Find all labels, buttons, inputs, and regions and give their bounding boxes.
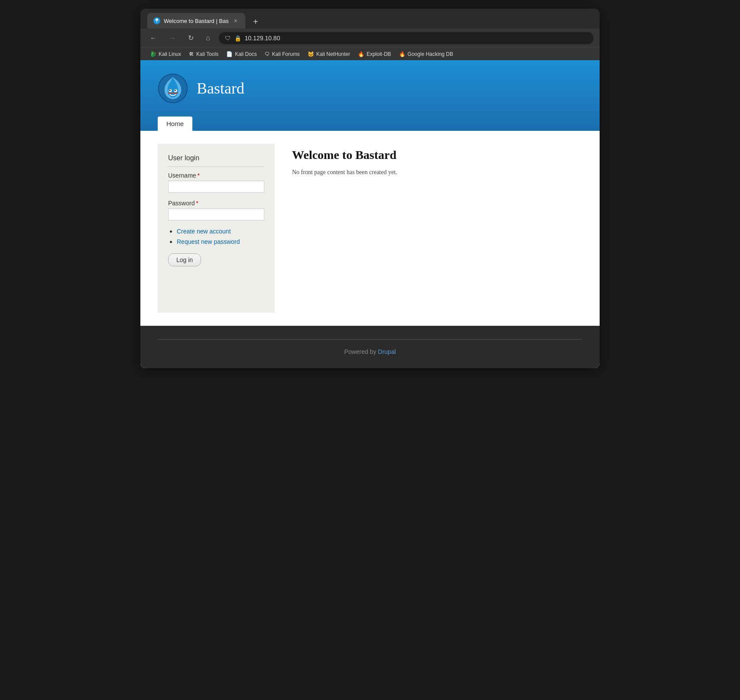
bookmark-exploit-db-label: Exploit-DB	[367, 51, 391, 57]
bookmark-kali-linux-label: Kali Linux	[159, 51, 181, 57]
site-footer: Powered by Drupal	[140, 326, 600, 368]
bookmark-kali-docs[interactable]: 📄 Kali Docs	[223, 50, 260, 58]
page-content: Bastard Home User login Username* P	[140, 60, 600, 368]
login-form-container: User login Username* Password* Create n	[158, 144, 275, 313]
bookmark-google-hacking-db-label: Google Hacking DB	[408, 51, 453, 57]
bookmark-kali-nethunter[interactable]: 🐱 Kali NetHunter	[304, 50, 354, 58]
navigation-bar: ← → ↻ ⌂ 🛡 🔒 10.129.10.80	[140, 29, 600, 48]
password-required-star: *	[196, 200, 198, 207]
bookmark-google-hacking-db[interactable]: 🔥 Google Hacking DB	[396, 50, 457, 58]
drupal-logo	[158, 73, 188, 104]
login-links-list: Create new account Request new password	[168, 227, 264, 246]
bookmark-kali-tools[interactable]: 🛠 Kali Tools	[185, 50, 222, 58]
footer-divider	[158, 339, 582, 340]
request-password-link[interactable]: Request new password	[177, 238, 240, 245]
google-hacking-db-icon: 🔥	[399, 51, 406, 57]
site-name: Bastard	[197, 79, 244, 97]
username-field-group: Username*	[168, 172, 264, 193]
bookmark-kali-nethunter-label: Kali NetHunter	[316, 51, 350, 57]
site-navigation: Home	[158, 117, 582, 131]
bookmark-kali-linux[interactable]: 🐉 Kali Linux	[146, 50, 185, 58]
password-field-group: Password*	[168, 200, 264, 220]
username-label: Username*	[168, 172, 264, 179]
kali-linux-icon: 🐉	[150, 51, 156, 57]
security-shield-icon: 🛡	[225, 35, 231, 42]
address-bar[interactable]: 🛡 🔒 10.129.10.80	[219, 32, 594, 44]
tab-favicon	[153, 17, 160, 24]
tab-title: Welcome to Bastard | Bas	[164, 18, 229, 24]
kali-tools-icon: 🛠	[189, 51, 194, 57]
bookmark-kali-forums[interactable]: 🗨 Kali Forums	[261, 50, 303, 58]
welcome-section: Welcome to Bastard No front page content…	[292, 144, 582, 313]
welcome-subtitle: No front page content has been created y…	[292, 169, 582, 176]
kali-docs-icon: 📄	[226, 51, 233, 57]
login-button[interactable]: Log in	[168, 253, 201, 266]
svg-point-7	[169, 90, 171, 91]
request-password-list-item: Request new password	[177, 238, 264, 246]
site-header: Bastard Home	[140, 60, 600, 131]
svg-point-8	[175, 90, 176, 91]
create-account-link[interactable]: Create new account	[177, 228, 231, 235]
kali-forums-icon: 🗨	[265, 51, 270, 57]
active-tab[interactable]: Welcome to Bastard | Bas ×	[147, 13, 245, 29]
home-button[interactable]: ⌂	[202, 33, 214, 43]
create-account-list-item: Create new account	[177, 227, 264, 235]
title-bar: Welcome to Bastard | Bas × +	[140, 9, 600, 29]
back-button[interactable]: ←	[146, 33, 160, 43]
bookmark-kali-tools-label: Kali Tools	[196, 51, 218, 57]
nav-tab-home[interactable]: Home	[158, 117, 192, 131]
new-tab-button[interactable]: +	[249, 15, 263, 29]
reload-button[interactable]: ↻	[185, 33, 197, 43]
exploit-db-icon: 🔥	[358, 51, 364, 57]
footer-text: Powered by Drupal	[158, 348, 582, 355]
password-label: Password*	[168, 200, 264, 207]
bookmark-exploit-db[interactable]: 🔥 Exploit-DB	[354, 50, 395, 58]
login-form-title: User login	[168, 154, 264, 167]
drupal-link[interactable]: Drupal	[378, 348, 396, 355]
bookmark-kali-docs-label: Kali Docs	[235, 51, 257, 57]
url-text: 10.129.10.80	[245, 35, 280, 42]
svg-point-3	[157, 20, 159, 22]
kali-nethunter-icon: 🐱	[308, 51, 314, 57]
svg-point-2	[156, 20, 157, 22]
forward-button[interactable]: →	[166, 33, 179, 43]
welcome-title: Welcome to Bastard	[292, 148, 582, 162]
bookmarks-bar: 🐉 Kali Linux 🛠 Kali Tools 📄 Kali Docs 🗨 …	[140, 48, 600, 60]
password-input[interactable]	[168, 208, 264, 220]
main-content: User login Username* Password* Create n	[140, 131, 600, 326]
bookmark-kali-forums-label: Kali Forums	[272, 51, 300, 57]
site-branding: Bastard	[158, 73, 582, 104]
lock-icon: 🔒	[234, 35, 241, 42]
username-required-star: *	[198, 172, 200, 179]
username-input[interactable]	[168, 181, 264, 193]
tab-close-button[interactable]: ×	[232, 16, 239, 25]
browser-window: Welcome to Bastard | Bas × + ← → ↻ ⌂ 🛡 🔒…	[140, 9, 600, 368]
